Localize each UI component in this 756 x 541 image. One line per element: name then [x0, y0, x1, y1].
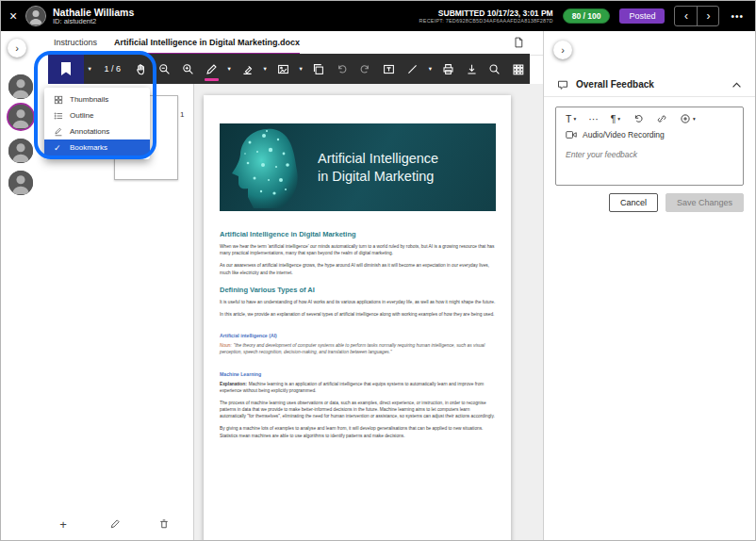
insert-content-button[interactable]: ▾ [680, 113, 696, 124]
doc-heading-2: Defining Various Types of AI [220, 286, 496, 294]
thumbnail-page-number: 1 [180, 110, 184, 119]
draw-tool-button[interactable] [200, 54, 223, 84]
collapse-feedback-panel-button[interactable]: › [553, 41, 572, 59]
text-annotation-button[interactable] [377, 54, 401, 84]
page-icon [513, 36, 524, 49]
student-avatar-2-selected[interactable] [7, 103, 35, 131]
print-icon [442, 63, 454, 75]
edit-page-button[interactable] [107, 516, 123, 533]
bookmarks-panel-button[interactable] [48, 54, 84, 84]
image-stamp-button[interactable] [271, 54, 295, 84]
student-avatar-4[interactable] [8, 171, 33, 195]
zoom-in-button[interactable] [176, 54, 200, 84]
grid-icon [512, 63, 524, 75]
grid-view-button[interactable] [506, 54, 530, 84]
feedback-actions: Cancel Save Changes [609, 193, 744, 212]
close-button[interactable]: × [1, 1, 25, 31]
top-bar: × Nathalie Williams ID: aistudent2 SUBMI… [1, 1, 755, 31]
menu-item-annotations[interactable]: Annotations [44, 123, 150, 139]
student-avatar-1[interactable] [8, 74, 33, 99]
doc-paragraph-explanation: Explanation:Machine learning is an appli… [220, 381, 496, 394]
editor-undo-button[interactable] [633, 113, 644, 124]
pen-icon [205, 63, 218, 75]
link-icon [656, 113, 667, 124]
text-style-button[interactable]: T▾ [566, 113, 576, 124]
doc-paragraph: When we hear the term 'artificial intell… [220, 243, 496, 256]
copy-content-button[interactable] [307, 54, 331, 84]
print-button[interactable] [436, 54, 460, 84]
next-submission-button[interactable]: › [697, 7, 718, 25]
feedback-editor[interactable]: T▾ ··· ¶▾ ▾ Audio/Video Recording Enter … [555, 107, 744, 186]
overflow-menu-button[interactable]: ••• [729, 8, 746, 25]
download-icon [466, 63, 478, 75]
paragraph-style-button[interactable]: ¶▾ [611, 113, 620, 124]
editor-more-button[interactable]: ··· [588, 113, 599, 124]
pan-tool-button[interactable] [129, 54, 153, 84]
copy-icon [312, 63, 324, 75]
redo-button[interactable] [353, 54, 377, 84]
zoom-out-button[interactable] [153, 54, 176, 84]
image-stamp-chevron[interactable]: ▾ [295, 65, 307, 73]
feedback-input-placeholder[interactable]: Enter your feedback [556, 143, 743, 166]
audio-video-recording-option[interactable]: Audio/Video Recording [556, 128, 743, 143]
save-changes-button[interactable]: Save Changes [666, 193, 744, 212]
submitted-timestamp: SUBMITTED 10/17/23, 3:01 PM [419, 8, 553, 18]
document-page-1[interactable]: Artificial Intelligence in Digital Marke… [204, 95, 511, 540]
image-stamp-group: ▾ [271, 54, 307, 84]
grading-app-window: × Nathalie Williams ID: aistudent2 SUBMI… [0, 0, 756, 541]
submission-nav: ‹ › [674, 6, 719, 26]
chevron-down-icon: ▾ [429, 65, 432, 72]
tab-document[interactable]: Artificial Intelligence in Digital Marke… [114, 31, 300, 55]
student-identity: Nathalie Williams ID: aistudent2 [53, 7, 134, 26]
doc-heading-1: Artificial Intelligence in Digital Marke… [220, 230, 496, 238]
line-tool-button[interactable] [401, 54, 424, 84]
doc-paragraph: In this article, we provide an explanati… [220, 311, 496, 318]
person-icon [8, 74, 33, 99]
collapse-feedback-section-button[interactable] [731, 77, 742, 91]
cancel-button[interactable]: Cancel [609, 193, 658, 212]
line-tool-group: ▾ [401, 54, 436, 84]
undo-button[interactable] [330, 54, 353, 84]
download-button[interactable] [460, 54, 484, 84]
paragraph-icon: ¶ [611, 113, 616, 124]
search-button[interactable] [483, 54, 506, 84]
student-name: Nathalie Williams [53, 7, 134, 18]
delete-page-button[interactable] [156, 516, 173, 533]
doc-paragraph: As our awareness of artificial intellige… [220, 262, 496, 275]
text-style-icon: T [566, 113, 571, 124]
menu-item-thumbnails[interactable]: Thumbnails [44, 91, 150, 107]
doc-paragraph: The process of machine learning uses obs… [220, 400, 496, 420]
student-avatar-3[interactable] [8, 139, 33, 163]
menu-item-label: Thumbnails [70, 95, 108, 104]
feedback-header: Overall Feedback [544, 73, 755, 97]
add-page-button[interactable]: + [55, 516, 72, 533]
search-icon [488, 63, 501, 75]
chevron-down-icon: ▾ [299, 65, 302, 72]
posted-status-badge[interactable]: Posted [619, 8, 665, 24]
chevron-down-icon: ▾ [263, 65, 266, 72]
panel-menu-chevron[interactable]: ▾ [84, 65, 96, 73]
document-outline-button[interactable] [513, 36, 524, 52]
draw-tool-chevron[interactable]: ▾ [223, 65, 236, 73]
grade-badge[interactable]: 80 / 100 [563, 8, 611, 24]
line-tool-chevron[interactable]: ▾ [424, 65, 436, 73]
menu-item-bookmarks[interactable]: ✓ Bookmarks [44, 139, 150, 156]
student-avatar [25, 6, 46, 26]
chevron-left-icon: ‹ [684, 9, 688, 23]
highlighter-tool-button[interactable] [236, 54, 259, 84]
quote-text: "the theory and development of computer … [220, 343, 485, 354]
previous-submission-button[interactable]: ‹ [675, 7, 697, 25]
editor-toolbar: T▾ ··· ¶▾ ▾ [556, 107, 743, 128]
doc-paragraph: It is useful to have an understanding of… [220, 299, 496, 305]
plus-circle-icon [680, 113, 691, 124]
insert-link-button[interactable] [656, 113, 667, 124]
student-rail: › [1, 31, 41, 540]
menu-item-outline[interactable]: Outline [44, 107, 150, 123]
highlighter-tool-chevron[interactable]: ▾ [259, 65, 271, 73]
chevron-down-icon: ▾ [227, 65, 230, 72]
student-id: ID: aistudent2 [53, 18, 134, 26]
expand-student-list-button[interactable]: › [8, 39, 26, 57]
tab-instructions[interactable]: Instructions [54, 31, 97, 55]
chevron-right-icon: › [15, 42, 19, 54]
undo-icon [633, 113, 644, 124]
